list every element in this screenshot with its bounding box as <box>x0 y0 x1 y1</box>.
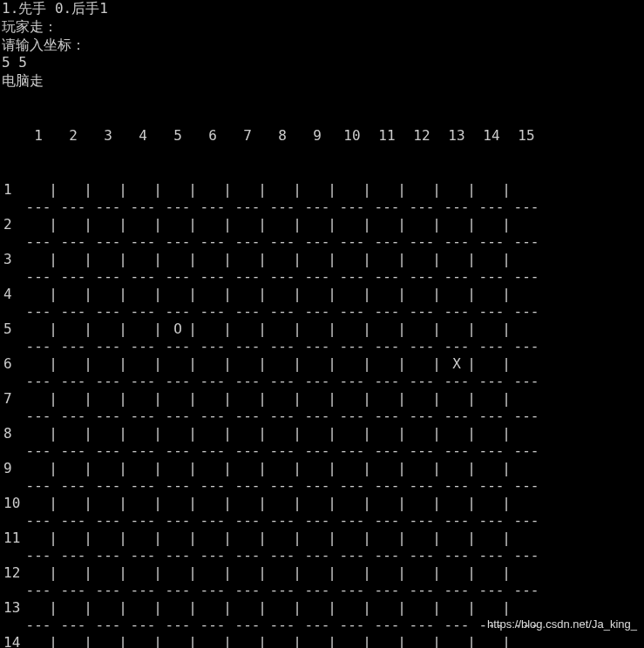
board-cell[interactable]: | <box>335 390 369 408</box>
board-cell[interactable]: | <box>369 530 404 548</box>
board-cell[interactable]: | <box>160 530 195 548</box>
board-cell[interactable]: | <box>335 599 369 618</box>
board-cell[interactable]: | <box>125 599 160 618</box>
board-cell[interactable]: | <box>265 355 300 374</box>
board-cell[interactable]: | <box>195 355 230 374</box>
board-cell[interactable]: | <box>265 286 300 304</box>
board-cell[interactable]: | <box>91 286 125 304</box>
board-cell[interactable]: | <box>335 216 369 234</box>
board-cell[interactable]: | <box>195 286 230 304</box>
board-cell[interactable]: | <box>300 564 335 583</box>
board-cell[interactable]: | <box>404 460 439 478</box>
board-cell[interactable]: | <box>439 530 474 548</box>
board-cell[interactable]: | <box>474 355 509 374</box>
board-cell[interactable]: | <box>369 564 404 583</box>
board-cell[interactable]: | <box>404 286 439 304</box>
board-cell[interactable]: | <box>439 321 474 339</box>
board-cell[interactable]: | <box>300 599 335 618</box>
board-cell[interactable]: | <box>369 495 404 513</box>
board-cell[interactable]: | <box>230 530 265 548</box>
board-cell[interactable]: | <box>230 355 265 374</box>
board-cell[interactable]: | <box>230 321 265 339</box>
board-cell[interactable]: | <box>230 216 265 234</box>
board-cell[interactable]: | <box>21 355 56 374</box>
board-cell[interactable]: | <box>125 321 160 339</box>
board-cell[interactable]: | <box>404 530 439 548</box>
board-cell[interactable]: | <box>300 460 335 478</box>
board-cell[interactable]: | <box>230 599 265 618</box>
board-cell[interactable]: | <box>369 355 404 374</box>
board-cell[interactable]: X | <box>439 355 474 374</box>
board-cell[interactable]: | <box>125 355 160 374</box>
board-cell[interactable]: | <box>439 216 474 234</box>
board-cell[interactable] <box>509 564 544 583</box>
board-cell[interactable]: | <box>335 181 369 199</box>
board-cell[interactable]: | <box>439 495 474 513</box>
board-cell[interactable]: | <box>300 216 335 234</box>
board-cell[interactable]: | <box>125 530 160 548</box>
board-cell[interactable]: | <box>230 495 265 513</box>
board-cell[interactable]: | <box>335 634 369 648</box>
board-cell[interactable]: | <box>125 564 160 583</box>
board-cell[interactable]: | <box>56 390 91 408</box>
board-cell[interactable]: | <box>56 599 91 618</box>
board-cell[interactable]: | <box>265 495 300 513</box>
board-cell[interactable]: | <box>230 286 265 304</box>
board-cell[interactable]: | <box>125 286 160 304</box>
board-cell[interactable]: | <box>91 321 125 339</box>
board-cell[interactable]: | <box>265 460 300 478</box>
board-cell[interactable]: | <box>369 599 404 618</box>
board-cell[interactable]: | <box>265 321 300 339</box>
board-cell[interactable]: | <box>265 599 300 618</box>
board-cell[interactable]: | <box>160 495 195 513</box>
board-cell[interactable]: | <box>335 495 369 513</box>
board-cell[interactable]: | <box>21 634 56 648</box>
board-cell[interactable]: | <box>369 251 404 269</box>
board-cell[interactable]: | <box>230 181 265 199</box>
board-cell[interactable]: | <box>439 425 474 443</box>
board-cell[interactable]: | <box>369 321 404 339</box>
board-cell[interactable]: | <box>265 390 300 408</box>
board-cell[interactable]: | <box>195 425 230 443</box>
board-cell[interactable]: | <box>160 425 195 443</box>
board-cell[interactable]: | <box>195 460 230 478</box>
board-cell[interactable]: | <box>404 634 439 648</box>
board-cell[interactable]: | <box>439 599 474 618</box>
board-cell[interactable]: | <box>125 425 160 443</box>
board-cell[interactable]: | <box>369 216 404 234</box>
board-cell[interactable]: | <box>160 251 195 269</box>
board-cell[interactable]: | <box>21 425 56 443</box>
board-cell[interactable] <box>509 216 544 234</box>
board-cell[interactable] <box>509 634 544 648</box>
board-cell[interactable]: | <box>56 530 91 548</box>
board-cell[interactable]: | <box>56 321 91 339</box>
board-cell[interactable]: | <box>230 425 265 443</box>
board-cell[interactable]: | <box>91 495 125 513</box>
board-cell[interactable]: | <box>160 355 195 374</box>
board-cell[interactable]: | <box>125 251 160 269</box>
board-cell[interactable] <box>509 530 544 548</box>
board-cell[interactable] <box>509 251 544 269</box>
board-cell[interactable]: | <box>91 251 125 269</box>
board-cell[interactable]: | <box>474 425 509 443</box>
board-cell[interactable]: | <box>300 321 335 339</box>
board-cell[interactable]: | <box>195 390 230 408</box>
board-cell[interactable]: | <box>160 216 195 234</box>
board-cell[interactable]: | <box>300 495 335 513</box>
board-cell[interactable] <box>509 425 544 443</box>
board-cell[interactable]: | <box>404 564 439 583</box>
board-cell[interactable]: | <box>56 460 91 478</box>
board-cell[interactable]: | <box>474 286 509 304</box>
board-cell[interactable]: | <box>404 355 439 374</box>
board-cell[interactable]: | <box>21 599 56 618</box>
board-cell[interactable]: | <box>300 181 335 199</box>
board-cell[interactable]: | <box>21 530 56 548</box>
board-cell[interactable]: | <box>300 355 335 374</box>
board-cell[interactable]: | <box>335 564 369 583</box>
board-cell[interactable] <box>509 181 544 199</box>
board-cell[interactable]: | <box>335 530 369 548</box>
board-cell[interactable]: | <box>335 460 369 478</box>
board-cell[interactable]: | <box>21 286 56 304</box>
board-cell[interactable]: | <box>474 634 509 648</box>
board-cell[interactable]: | <box>335 321 369 339</box>
